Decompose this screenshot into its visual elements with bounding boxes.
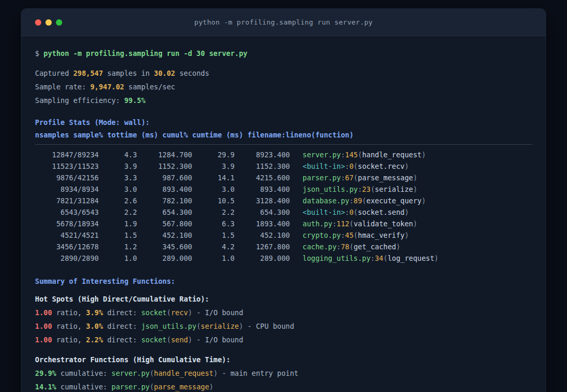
- text-segment: logging_utils.py: [303, 254, 371, 262]
- text-segment: 3.0%: [86, 322, 103, 330]
- text-segment: Captured: [35, 69, 73, 77]
- text-segment: 8934/8934 3.0 893.400 3.0 893.400: [35, 185, 303, 193]
- text-segment: - main entry point: [218, 369, 298, 377]
- text-segment: :: [332, 220, 337, 228]
- table-row: 7821/31284 2.6 782.100 10.5 3128.400 dat…: [35, 195, 533, 206]
- text-segment: socket.send: [358, 208, 404, 216]
- table-rule: [35, 144, 533, 145]
- table-row: 12847/89234 4.3 1284.700 29.9 8923.400 s…: [35, 149, 533, 160]
- table-row: 4521/4521 1.5 452.100 1.5 452.100 crypto…: [35, 229, 533, 241]
- text-segment: ): [209, 383, 213, 391]
- text-segment: Summary of Interesting Functions:: [35, 277, 175, 285]
- text-segment: samples/sec: [124, 83, 176, 91]
- text-segment: 12847/89234 4.3 1284.700 29.9 8923.400: [35, 151, 303, 159]
- zoom-button[interactable]: [56, 19, 62, 26]
- text-segment: ): [422, 151, 426, 159]
- hot-spots-heading: Hot Spots (High Direct/Cumulative Ratio)…: [35, 292, 533, 306]
- text-segment: 2.2%: [86, 336, 103, 344]
- text-segment: ratio,: [52, 308, 86, 317]
- text-segment: cumulative:: [56, 369, 112, 377]
- text-segment: 34: [375, 254, 383, 262]
- text-segment: direct:: [103, 308, 141, 317]
- minimize-button[interactable]: [45, 19, 52, 26]
- hot-spot-line: 1.00 ratio, 3.0% direct: json_utils.py(s…: [35, 319, 533, 333]
- text-segment: cache.py: [303, 243, 337, 251]
- text-segment: Hot Spots (High Direct/Cumulative Ratio)…: [35, 295, 209, 303]
- text-segment: python -m profiling.sampling run -d 30 s…: [43, 49, 247, 57]
- terminal-body[interactable]: $ python -m profiling.sampling run -d 30…: [21, 36, 546, 392]
- text-segment: ): [404, 162, 409, 170]
- text-segment: - I/O bound: [192, 308, 244, 317]
- blank-line: [35, 288, 533, 292]
- text-segment: ): [188, 308, 192, 317]
- text-segment: $: [35, 49, 43, 57]
- text-segment: hmac_verify: [358, 231, 404, 239]
- text-segment: parse_message: [154, 383, 210, 391]
- text-segment: Orchestrator Functions (High Cumulative …: [35, 355, 230, 364]
- text-segment: parse_message: [358, 174, 413, 182]
- text-segment: server.py: [303, 151, 341, 159]
- text-segment: validate_token: [354, 220, 413, 228]
- text-segment: ): [422, 197, 426, 205]
- text-segment: handle_request: [362, 151, 422, 159]
- text-segment: serialize: [375, 185, 413, 193]
- text-segment: 67: [345, 174, 353, 182]
- text-segment: ): [213, 369, 217, 377]
- text-segment: nsamples sample% tottime (ms) cumul% cum…: [35, 131, 354, 139]
- text-segment: handle_request: [154, 369, 214, 377]
- text-segment: ): [413, 174, 417, 182]
- text-segment: ): [396, 243, 400, 251]
- text-segment: 89: [354, 197, 362, 205]
- text-segment: execute_query: [366, 197, 422, 205]
- text-segment: Profile Stats (Mode: wall):: [35, 118, 149, 126]
- blank-line: [35, 347, 533, 353]
- orchestrator-line: 29.9% cumulative: server.py(handle_reque…: [35, 366, 533, 380]
- efficiency-line: Sampling efficiency: 99.5%: [35, 94, 533, 107]
- text-segment: ): [413, 220, 417, 228]
- table-row: 2890/2890 1.0 289.000 1.0 289.000 loggin…: [35, 252, 533, 264]
- text-segment: ): [404, 208, 409, 216]
- orchestrator-line: 14.1% cumulative: parser.py(parse_messag…: [35, 380, 533, 392]
- text-segment: parser.py: [111, 383, 149, 391]
- close-button[interactable]: [35, 19, 41, 26]
- text-segment: cumulative:: [56, 383, 112, 391]
- text-segment: (: [354, 231, 358, 239]
- text-segment: (: [167, 336, 171, 344]
- text-segment: send: [171, 336, 188, 344]
- text-segment: 3.9%: [86, 308, 103, 317]
- blank-line: [35, 107, 533, 116]
- text-segment: ratio,: [52, 322, 86, 330]
- text-segment: :: [349, 197, 353, 205]
- text-segment: log_request: [388, 254, 434, 262]
- text-segment: ): [404, 231, 409, 239]
- captured-line: Captured 298,547 samples in 30.02 second…: [35, 66, 533, 80]
- text-segment: parser.py: [303, 174, 341, 182]
- titlebar: python -m profiling.sampling run server.…: [21, 9, 546, 36]
- text-segment: (: [167, 308, 171, 317]
- text-segment: (: [362, 197, 366, 205]
- text-segment: 112: [337, 220, 349, 228]
- text-segment: (: [358, 151, 362, 159]
- text-segment: serialize: [201, 322, 239, 330]
- blank-line: [35, 264, 533, 274]
- text-segment: seconds: [175, 69, 209, 77]
- text-segment: 3456/12678 1.2 345.600 4.2 1267.800: [35, 243, 303, 251]
- text-segment: :: [358, 185, 362, 193]
- text-segment: (: [354, 208, 358, 216]
- text-segment: (: [196, 322, 201, 330]
- text-segment: - I/O bound: [192, 336, 244, 344]
- text-segment: (: [354, 162, 358, 170]
- text-segment: ): [413, 185, 417, 193]
- text-segment: <built-in>: [303, 208, 345, 216]
- sample-rate-line: Sample rate: 9,947.02 samples/sec: [35, 80, 533, 94]
- text-segment: json_utils.py: [141, 322, 196, 330]
- table-row: 11523/11523 3.9 1152.300 3.9 1152.300 <b…: [35, 160, 533, 172]
- text-segment: 9876/42156 3.3 987.600 14.1 4215.600: [35, 174, 303, 182]
- text-segment: 30.02: [154, 69, 176, 77]
- text-segment: 99.5%: [124, 96, 146, 105]
- text-segment: Sampling efficiency:: [35, 96, 124, 105]
- text-segment: (: [349, 220, 353, 228]
- table-row: 3456/12678 1.2 345.600 4.2 1267.800 cach…: [35, 241, 533, 252]
- text-segment: 1.00: [35, 308, 52, 317]
- summary-heading: Summary of Interesting Functions:: [35, 274, 533, 288]
